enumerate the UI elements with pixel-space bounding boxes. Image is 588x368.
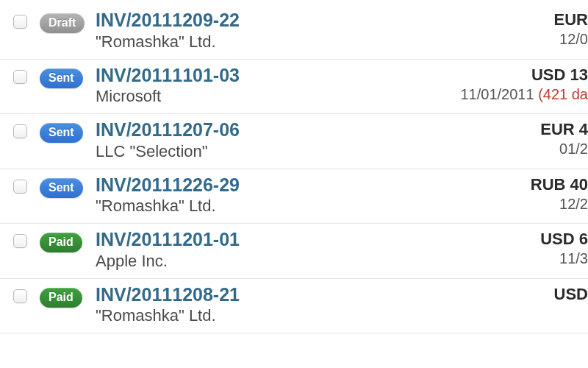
- invoice-main: INV/20111201-01Apple Inc.: [94, 230, 485, 271]
- select-checkbox[interactable]: [13, 234, 27, 248]
- invoice-number-link[interactable]: INV/20111201-01: [96, 230, 485, 250]
- checkbox-cell: [0, 175, 40, 194]
- amount: USD 6: [485, 230, 588, 249]
- amount: EUR: [485, 10, 588, 29]
- checkbox-cell: [0, 66, 40, 84]
- date-line: 11/3: [485, 250, 588, 267]
- amount-cell: RUB 4012/2: [485, 175, 588, 213]
- select-checkbox[interactable]: [13, 124, 27, 138]
- invoice-row: PaidINV/20111208-21"Romashka" Ltd.USD: [0, 279, 588, 334]
- select-checkbox[interactable]: [13, 70, 27, 84]
- amount-cell: EUR12/0: [485, 10, 588, 48]
- status-badge: Sent: [40, 123, 83, 143]
- due-date: 12/0: [559, 31, 588, 47]
- amount: EUR 4: [485, 120, 588, 139]
- amount: USD 13: [461, 66, 589, 85]
- checkbox-cell: [0, 230, 40, 248]
- amount: USD: [485, 285, 588, 304]
- invoice-number-link[interactable]: INV/20111209-22: [96, 10, 485, 31]
- amount: RUB 40: [485, 175, 588, 194]
- client-name: Microsoft: [96, 87, 461, 106]
- invoice-row: SentINV/20111207-06LLC "Selection"EUR 40…: [0, 114, 588, 169]
- date-line: 11/01/2011 (421 da: [461, 86, 589, 103]
- status-badge: Sent: [40, 68, 83, 88]
- client-name: "Romashka" Ltd.: [96, 32, 485, 52]
- invoice-main: INV/20111101-03Microsoft: [94, 66, 461, 107]
- client-name: Apple Inc.: [96, 252, 485, 271]
- status-badge: Draft: [40, 13, 85, 33]
- invoice-main: INV/20111207-06LLC "Selection": [94, 120, 485, 161]
- status-cell: Paid: [40, 230, 94, 252]
- amount-cell: USD: [485, 285, 588, 305]
- status-badge: Sent: [40, 178, 83, 198]
- checkbox-cell: [0, 10, 40, 29]
- client-name: LLC "Selection": [96, 142, 485, 161]
- checkbox-cell: [0, 285, 40, 303]
- date-line: 12/0: [485, 31, 588, 48]
- due-date: 11/3: [559, 250, 588, 266]
- invoice-row: DraftINV/20111209-22"Romashka" Ltd.EUR12…: [0, 4, 588, 60]
- invoice-row: SentINV/20111101-03MicrosoftUSD 1311/01/…: [0, 60, 588, 115]
- invoice-row: PaidINV/20111201-01Apple Inc.USD 611/3: [0, 224, 588, 279]
- date-line: 12/2: [485, 196, 588, 213]
- invoice-row: SentINV/20111226-29"Romashka" Ltd.RUB 40…: [0, 169, 588, 224]
- status-cell: Sent: [40, 66, 94, 88]
- status-badge: Paid: [40, 233, 82, 252]
- invoice-number-link[interactable]: INV/20111207-06: [96, 120, 485, 141]
- amount-cell: EUR 401/2: [485, 120, 588, 158]
- status-badge: Paid: [40, 288, 82, 308]
- invoice-main: INV/20111226-29"Romashka" Ltd.: [94, 175, 485, 216]
- invoice-main: INV/20111208-21"Romashka" Ltd.: [94, 285, 485, 326]
- client-name: "Romashka" Ltd.: [96, 197, 485, 216]
- date-line: 01/2: [485, 141, 588, 158]
- select-checkbox[interactable]: [13, 180, 27, 194]
- due-date: 11/01/2011: [461, 86, 539, 102]
- invoice-number-link[interactable]: INV/20111208-21: [96, 285, 485, 305]
- invoice-list: DraftINV/20111209-22"Romashka" Ltd.EUR12…: [0, 0, 588, 333]
- due-date: 12/2: [559, 196, 588, 212]
- overdue-text: (421 da: [538, 86, 588, 102]
- status-cell: Paid: [40, 285, 94, 308]
- invoice-main: INV/20111209-22"Romashka" Ltd.: [94, 10, 485, 52]
- client-name: "Romashka" Ltd.: [96, 306, 485, 325]
- status-cell: Sent: [40, 120, 94, 143]
- invoice-number-link[interactable]: INV/20111101-03: [96, 66, 461, 86]
- status-cell: Sent: [40, 175, 94, 198]
- invoice-number-link[interactable]: INV/20111226-29: [96, 175, 485, 196]
- checkbox-cell: [0, 120, 40, 138]
- status-cell: Draft: [40, 10, 94, 33]
- due-date: 01/2: [559, 141, 588, 157]
- amount-cell: USD 611/3: [485, 230, 588, 267]
- amount-cell: USD 1311/01/2011 (421 da: [461, 66, 589, 103]
- select-checkbox[interactable]: [13, 289, 27, 303]
- select-checkbox[interactable]: [13, 15, 27, 29]
